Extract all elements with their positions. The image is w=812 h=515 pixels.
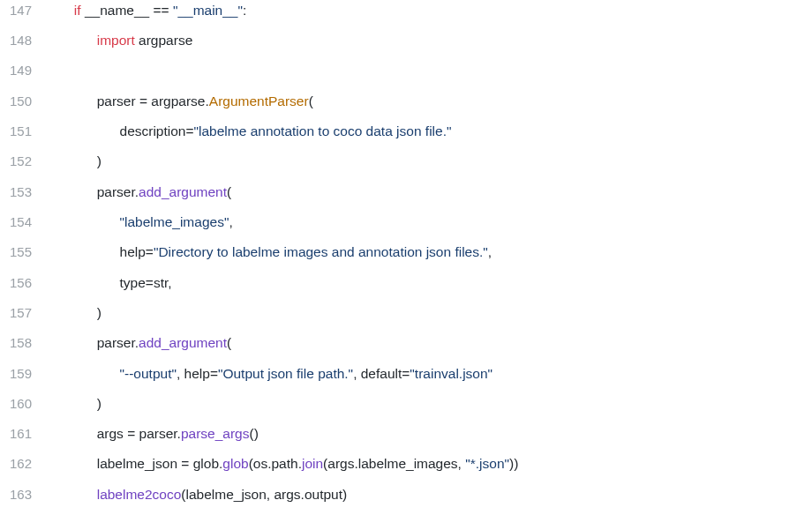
- token-keyword: if: [74, 3, 81, 18]
- token-func: parse_args: [181, 426, 250, 441]
- code-line[interactable]: 149: [0, 61, 812, 91]
- code-line[interactable]: 158 parser.add_argument(: [0, 332, 812, 362]
- token-param: help: [184, 366, 210, 381]
- token-string: "labelme annotation to coco data json fi…: [194, 123, 452, 138]
- code-line[interactable]: 150 parser = argparse.ArgumentParser(: [0, 91, 812, 121]
- token-op: ==: [153, 3, 169, 18]
- token-punct: ): [97, 305, 102, 320]
- code-line[interactable]: 151 description="labelme annotation to c…: [0, 121, 812, 151]
- token-op: =: [139, 93, 147, 108]
- code-content: description="labelme annotation to coco …: [51, 121, 451, 141]
- line-number: 152: [0, 152, 51, 172]
- code-content: help="Directory to labelme images and an…: [51, 242, 492, 262]
- code-line[interactable]: 163 labelme2coco(labelme_json, args.outp…: [0, 484, 812, 514]
- line-number: 153: [0, 183, 51, 203]
- token-plain: os.path.: [253, 456, 302, 471]
- line-number: 151: [0, 122, 51, 142]
- code-line[interactable]: 155 help="Directory to labelme images an…: [0, 242, 812, 272]
- line-number: 159: [0, 364, 51, 384]
- token-plain: parser.: [97, 184, 139, 199]
- code-line[interactable]: 160 ): [0, 393, 812, 423]
- line-number: 162: [0, 454, 51, 474]
- code-content: ): [51, 393, 102, 414]
- token-class: ArgumentParser: [209, 93, 309, 108]
- token-plain: parser: [97, 93, 139, 108]
- line-number: 158: [0, 333, 51, 354]
- code-content: ): [51, 302, 102, 323]
- token-op: =: [146, 275, 154, 290]
- code-content: "labelme_images",: [51, 212, 233, 232]
- token-plain: argparse.: [147, 93, 209, 108]
- token-param: description: [120, 123, 186, 138]
- token-plain: labelme_json, args.output: [186, 487, 343, 502]
- token-string: "*.json": [465, 456, 509, 471]
- code-line[interactable]: 154 "labelme_images",: [0, 212, 812, 242]
- code-line[interactable]: 156 type=str,: [0, 272, 812, 302]
- code-content: labelme_json = glob.glob(os.path.join(ar…: [51, 453, 518, 474]
- token-punct: (: [227, 335, 231, 350]
- token-op: =: [210, 366, 218, 381]
- line-number: 160: [0, 394, 51, 414]
- line-number: 155: [0, 243, 51, 263]
- code-line[interactable]: 152 ): [0, 151, 812, 181]
- token-punct: ,: [177, 366, 184, 381]
- token-param: type: [120, 275, 146, 290]
- token-func: labelme2coco: [97, 487, 182, 502]
- line-number: 149: [0, 61, 51, 81]
- code-line[interactable]: 161 args = parser.parse_args(): [0, 423, 812, 453]
- code-content: parser.add_argument(: [51, 332, 231, 353]
- code-content: parser.add_argument(: [51, 182, 231, 202]
- code-line[interactable]: 147 if __name__ == "__main__":: [0, 0, 812, 30]
- code-line[interactable]: 157 ): [0, 302, 812, 332]
- token-string: "Directory to labelme images and annotat…: [154, 244, 488, 259]
- code-line[interactable]: 159 "--output", help="Output json file p…: [0, 363, 812, 393]
- token-plain: glob.: [189, 456, 222, 471]
- token-punct: ,: [229, 214, 232, 229]
- code-content: labelme2coco(labelme_json, args.output): [51, 484, 347, 504]
- code-content: type=str,: [51, 272, 172, 293]
- token-func: add_argument: [139, 184, 227, 199]
- token-punct: )): [509, 456, 518, 471]
- token-op: =: [146, 244, 154, 259]
- code-line[interactable]: 162 labelme_json = glob.glob(os.path.joi…: [0, 453, 812, 483]
- token-punct: (: [309, 93, 313, 108]
- token-plain: str,: [154, 275, 172, 290]
- token-op: =: [185, 123, 193, 138]
- token-param: default: [361, 366, 402, 381]
- token-func: glob: [222, 456, 248, 471]
- code-content: args = parser.parse_args(): [51, 423, 259, 444]
- token-plain: argparse: [135, 33, 192, 48]
- token-plain: labelme_json: [97, 456, 182, 471]
- token-plain: parser.: [135, 426, 181, 441]
- token-string: "--output": [120, 366, 177, 381]
- token-string: "Output json file path.": [218, 366, 353, 381]
- token-plain: parser.: [97, 335, 139, 350]
- token-string: "__main__": [173, 3, 243, 18]
- line-number: 148: [0, 31, 51, 51]
- token-plain: args.labelme_images,: [327, 456, 465, 471]
- token-punct: (): [249, 426, 258, 441]
- code-block: 147 if __name__ == "__main__":148 import…: [0, 0, 812, 514]
- line-number: 161: [0, 424, 51, 444]
- token-param: help: [120, 244, 146, 259]
- token-func: add_argument: [139, 335, 227, 350]
- code-line[interactable]: 153 parser.add_argument(: [0, 182, 812, 212]
- token-punct: ): [342, 487, 347, 502]
- token-punct: ): [97, 396, 102, 411]
- token-plain: args: [97, 426, 127, 441]
- code-content: import argparse: [51, 30, 192, 50]
- line-number: 163: [0, 485, 51, 505]
- line-number: 156: [0, 273, 51, 294]
- line-number: 147: [0, 1, 51, 21]
- token-punct: ,: [488, 244, 492, 259]
- token-string: "labelme_images": [120, 214, 229, 229]
- line-number: 150: [0, 92, 51, 112]
- code-content: "--output", help="Output json file path.…: [51, 363, 492, 384]
- code-line[interactable]: 148 import argparse: [0, 30, 812, 60]
- token-keyword: import: [97, 33, 135, 48]
- token-punct: (: [227, 184, 231, 199]
- line-number: 154: [0, 213, 51, 233]
- code-content: ): [51, 151, 102, 171]
- token-string: "trainval.json": [410, 366, 492, 381]
- token-op: =: [402, 366, 410, 381]
